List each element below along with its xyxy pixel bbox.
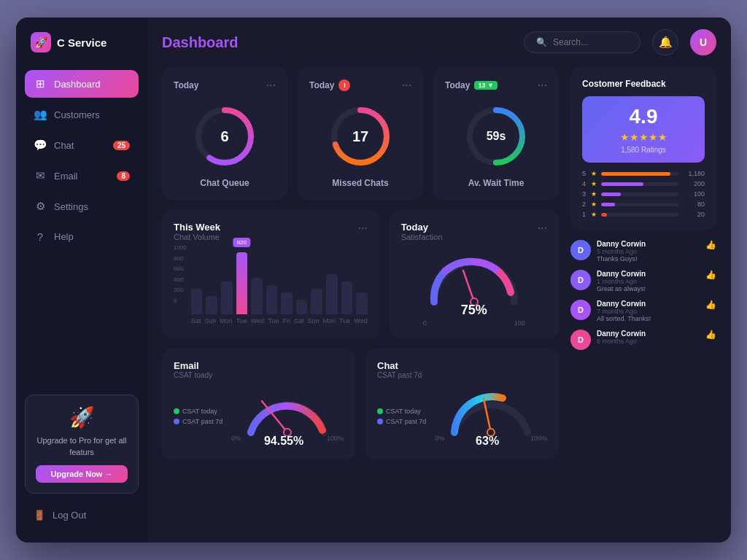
circle-container: 59s: [445, 98, 547, 175]
card-label: Today: [309, 80, 334, 90]
page-title: Dashboard: [162, 34, 512, 51]
like-button[interactable]: 👍: [705, 330, 716, 340]
speedometer-svg: [231, 385, 344, 436]
meter-value: 63%: [476, 435, 499, 448]
circle-container: 6: [174, 98, 276, 175]
stat-card-missed-chats: Today ! ···: [298, 67, 423, 200]
rating-bar-bg: [601, 192, 678, 196]
logo: 🚀 C Service: [16, 32, 147, 70]
star-icon: ★: [591, 180, 597, 187]
circle-container: 17: [309, 98, 411, 175]
review-content: Danny Corwin 5 months Ago Thanks Guys!: [597, 240, 700, 262]
review-item: D Danny Corwin 5 months Ago Thanks Guys!…: [570, 240, 716, 262]
speedometer-container: 0% 94.55% 100%: [231, 385, 344, 448]
sidebar-item-settings[interactable]: ⚙ Settings: [25, 192, 139, 220]
rating-bar-fill: [601, 203, 615, 206]
feedback-card: Costomer Feedback 4.9 ★★★★★ 1,580 Rating…: [570, 67, 716, 230]
stat-value: 17: [352, 128, 368, 145]
search-input[interactable]: [553, 37, 628, 47]
meter-subtitle: CSAT toady: [174, 371, 212, 379]
meter-legend: CSAT today CSAT past 7d: [174, 408, 222, 425]
sidebar-item-label: Chat: [54, 140, 74, 151]
reviewer-name: Danny Corwin: [597, 270, 700, 278]
more-options-icon[interactable]: ···: [357, 222, 367, 235]
star-icon: ★: [591, 190, 597, 198]
card-title: Av. Wait Time: [445, 178, 547, 188]
card-label: Today: [445, 80, 470, 90]
meter-range: 0% 94.55% 100%: [231, 435, 344, 448]
like-button[interactable]: 👍: [705, 270, 716, 280]
logo-icon: 🚀: [31, 32, 51, 52]
rating-number: 4.9: [591, 105, 696, 128]
chart-subtitle: Chat Volume: [174, 233, 220, 241]
circle-chart: 6: [192, 104, 258, 169]
rating-bars: 5 ★ 1,180 4 ★ 200 3 ★ 100 2 ★ 80 1 ★ 20: [582, 170, 705, 218]
meter-label-right: 100%: [530, 435, 547, 448]
green-badge: 13 ▼: [474, 81, 497, 90]
svg-line-6: [463, 271, 474, 302]
search-box[interactable]: 🔍: [524, 31, 640, 53]
card-header: Today ! ···: [309, 79, 411, 92]
reviewer-time: 7 months Ago: [597, 308, 700, 315]
legend-dot: [377, 408, 383, 414]
bar-item: [266, 285, 278, 314]
review-content: Danny Corwin 1 months Ago Great as alway…: [597, 270, 700, 292]
gauge-labels: 0 100: [423, 319, 525, 327]
rating-count-label: 20: [683, 211, 705, 218]
meter-label-right: 100%: [327, 435, 344, 448]
reviewer-avatar: D: [570, 240, 591, 260]
main: Dashboard 🔍 🔔 U Today ···: [147, 18, 731, 542]
like-button[interactable]: 👍: [705, 240, 716, 250]
bottom-row: Email CSAT toady CSAT today: [162, 349, 559, 459]
upgrade-button[interactable]: Upgrade Now →: [36, 465, 128, 483]
star-label: 2: [582, 201, 587, 208]
stat-card-chat-queue: Today ···: [162, 67, 287, 200]
gauge-container: 75% 0 100: [401, 247, 547, 327]
sidebar-item-dashboard[interactable]: ⊞ Dashboard: [25, 70, 139, 98]
reviews-list: D Danny Corwin 5 months Ago Thanks Guys!…: [570, 240, 716, 350]
content: Today ···: [147, 67, 731, 542]
bar-label: Sun: [308, 317, 320, 324]
logout-item[interactable]: 🚪 Log Out: [16, 502, 147, 528]
reviewer-name: Danny Corwin: [597, 300, 700, 308]
legend-dot: [174, 408, 179, 414]
card-title: Chat Queue: [174, 178, 276, 188]
rating-bar-row: 5 ★ 1,180: [582, 170, 705, 177]
sidebar-item-label: Dashboard: [54, 79, 101, 90]
email-icon: ✉: [34, 169, 47, 182]
more-options-icon[interactable]: ···: [538, 222, 547, 235]
meter-container: CSAT today CSAT past 7d: [174, 385, 344, 448]
bar-item: [356, 292, 368, 314]
card-header: Email CSAT toady: [174, 360, 344, 379]
legend-dot: [174, 419, 179, 424]
header: Dashboard 🔍 🔔 U: [147, 18, 731, 67]
email-meter-card: Email CSAT toady CSAT today: [162, 349, 355, 459]
meter-title: Email: [174, 360, 212, 371]
reviewer-name: Danny Corwin: [597, 330, 700, 338]
star-label: 3: [582, 190, 587, 198]
rating-count-label: 100: [683, 190, 705, 198]
reviewer-time: 1 months Ago: [597, 278, 700, 285]
like-button[interactable]: 👍: [705, 300, 716, 310]
nav-items: ⊞ Dashboard 👥 Customers 💬 Chat 25 ✉ Emai…: [16, 70, 147, 386]
sidebar-item-chat[interactable]: 💬 Chat 25: [25, 131, 139, 159]
more-options-icon[interactable]: ···: [402, 79, 411, 92]
rating-count: 1,580 Ratings: [591, 146, 696, 154]
bar-item: 820: [236, 252, 248, 314]
notification-button[interactable]: 🔔: [652, 29, 678, 55]
sidebar-item-email[interactable]: ✉ Email 8: [25, 162, 139, 190]
star-icon: ★: [591, 211, 597, 218]
legend-label: CSAT today: [182, 408, 217, 415]
bar-label: Fri: [283, 317, 291, 324]
more-options-icon[interactable]: ···: [266, 79, 276, 92]
rating-bar-row: 3 ★ 100: [582, 190, 705, 198]
more-options-icon[interactable]: ···: [538, 79, 547, 92]
sidebar-item-customers[interactable]: 👥 Customers: [25, 101, 139, 128]
reviewer-time: 6 months Ago: [597, 338, 700, 345]
sidebar-item-label: Customers: [54, 109, 100, 120]
avatar[interactable]: U: [690, 29, 716, 55]
bar-label: Wed: [354, 317, 367, 324]
meter-container: CSAT today CSAT past 7d: [377, 385, 547, 448]
help-icon: ?: [34, 230, 47, 243]
sidebar-item-help[interactable]: ? Help: [25, 223, 139, 250]
